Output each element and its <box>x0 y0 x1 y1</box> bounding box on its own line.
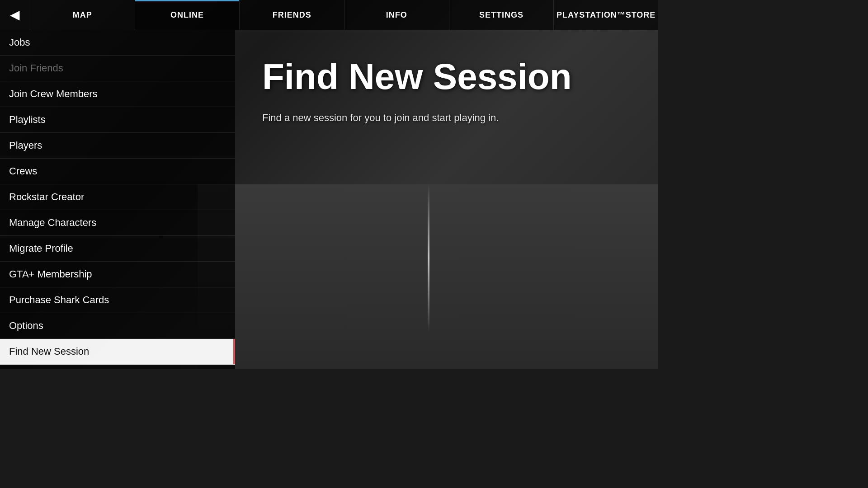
nav-tab-label-playstation-store: PlayStation™Store <box>557 10 656 20</box>
sidebar-label-playlists: Playlists <box>9 114 46 126</box>
nav-tab-playstation-store[interactable]: PlayStation™Store <box>553 0 658 30</box>
content-title: Find New Session <box>262 57 631 97</box>
content-description: Find a new session for you to join and s… <box>262 110 533 125</box>
back-arrow-icon: ◀ <box>10 9 20 21</box>
sidebar-label-jobs: Jobs <box>9 37 30 48</box>
sidebar-label-find-new-session: Find New Session <box>9 346 89 357</box>
sidebar-item-rockstar-creator[interactable]: Rockstar Creator <box>0 184 235 210</box>
nav-tab-label-map: MAP <box>73 10 92 20</box>
nav-tab-info[interactable]: INFO <box>344 0 449 30</box>
sidebar-label-rockstar-creator: Rockstar Creator <box>9 191 84 203</box>
back-button[interactable]: ◀ <box>0 0 30 30</box>
sidebar-item-options[interactable]: Options <box>0 313 235 339</box>
nav-tab-map[interactable]: MAP <box>30 0 135 30</box>
sidebar-item-find-new-session[interactable]: Find New Session <box>0 339 235 365</box>
sidebar-item-playlists[interactable]: Playlists <box>0 107 235 133</box>
nav-tab-online[interactable]: ONLINE <box>135 0 240 30</box>
sidebar-menu: JobsJoin FriendsJoin Crew MembersPlaylis… <box>0 30 235 369</box>
sidebar-item-credits-legal[interactable]: Credits & Legal <box>0 365 235 369</box>
sidebar-item-jobs[interactable]: Jobs <box>0 30 235 56</box>
sidebar-label-gta-membership: GTA+ Membership <box>9 268 92 280</box>
nav-tab-settings[interactable]: SETTINGS <box>449 0 554 30</box>
sidebar-item-join-friends[interactable]: Join Friends <box>0 56 235 81</box>
sidebar-label-players: Players <box>9 140 42 151</box>
sidebar-item-migrate-profile[interactable]: Migrate Profile <box>0 236 235 262</box>
sidebar-label-join-friends: Join Friends <box>9 62 63 74</box>
content-area: Find New Session Find a new session for … <box>235 30 658 369</box>
sidebar-label-join-crew-members: Join Crew Members <box>9 88 98 100</box>
nav-tab-label-online: ONLINE <box>170 10 204 20</box>
sidebar-item-gta-membership[interactable]: GTA+ Membership <box>0 262 235 287</box>
sidebar-label-crews: Crews <box>9 165 37 177</box>
sidebar-label-manage-characters: Manage Characters <box>9 217 96 229</box>
sidebar-item-crews[interactable]: Crews <box>0 159 235 184</box>
sidebar-item-purchase-shark-cards[interactable]: Purchase Shark Cards <box>0 287 235 313</box>
nav-tab-label-settings: SETTINGS <box>479 10 524 20</box>
nav-tab-label-info: INFO <box>386 10 407 20</box>
sidebar-label-options: Options <box>9 320 43 332</box>
nav-tab-friends[interactable]: FRIENDS <box>239 0 344 30</box>
nav-tab-label-friends: FRIENDS <box>273 10 311 20</box>
sidebar-label-purchase-shark-cards: Purchase Shark Cards <box>9 294 109 306</box>
sidebar-label-migrate-profile: Migrate Profile <box>9 243 73 254</box>
sidebar-item-players[interactable]: Players <box>0 133 235 159</box>
sidebar-item-manage-characters[interactable]: Manage Characters <box>0 210 235 236</box>
top-navigation: ◀ MAPONLINEFRIENDSINFOSETTINGSPlayStatio… <box>0 0 658 30</box>
sidebar-item-join-crew-members[interactable]: Join Crew Members <box>0 81 235 107</box>
